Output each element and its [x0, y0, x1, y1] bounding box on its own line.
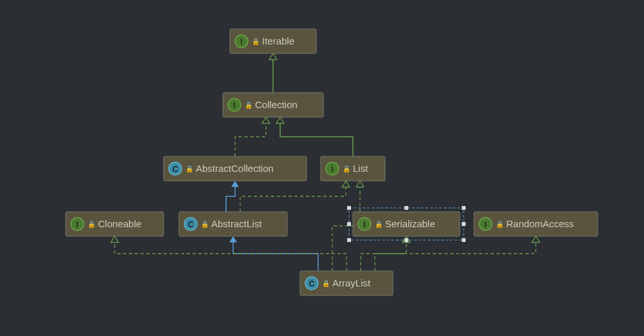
selection-handle[interactable]: [404, 238, 408, 242]
edge: [115, 242, 346, 271]
class-diagram-canvas[interactable]: I🔒IterableI🔒CollectionC🔒AbstractCollecti…: [0, 0, 644, 336]
svg-marker-9: [532, 236, 540, 243]
node-abstractList[interactable]: C🔒AbstractList: [179, 212, 287, 236]
badge-letter: I: [484, 220, 486, 229]
node-arrayList[interactable]: C🔒ArrayList: [300, 271, 393, 295]
badge-letter: C: [309, 279, 315, 288]
node-label: List: [353, 163, 368, 174]
selection-handle[interactable]: [462, 222, 466, 226]
svg-marker-0: [269, 53, 277, 60]
lock-icon: 🔒: [496, 220, 504, 229]
node-list[interactable]: I🔒List: [321, 156, 385, 181]
node-iterable[interactable]: I🔒Iterable: [230, 29, 316, 53]
lock-icon: 🔒: [185, 165, 194, 173]
node-abstractCollection[interactable]: C🔒AbstractCollection: [164, 156, 307, 181]
selection-handle[interactable]: [462, 238, 466, 242]
selection-handle[interactable]: [404, 206, 408, 210]
svg-marker-5: [229, 236, 237, 243]
lock-icon: 🔒: [201, 220, 209, 229]
edge: [226, 187, 235, 212]
svg-marker-2: [276, 117, 284, 124]
badge-letter: C: [173, 165, 178, 174]
selection-handle[interactable]: [347, 206, 351, 210]
node-label: Cloneable: [98, 218, 142, 229]
lock-icon: 🔒: [88, 220, 96, 229]
badge-letter: I: [76, 220, 78, 229]
edge: [280, 123, 353, 156]
node-label: AbstractList: [211, 218, 262, 229]
badge-letter: I: [331, 165, 333, 174]
node-label: AbstractCollection: [196, 163, 274, 174]
badge-letter: I: [240, 37, 242, 46]
svg-marker-4: [342, 181, 350, 187]
edge: [233, 242, 318, 271]
selection-handle[interactable]: [462, 206, 466, 210]
selection-handle[interactable]: [347, 238, 351, 242]
nodes-layer: I🔒IterableI🔒CollectionC🔒AbstractCollecti…: [66, 29, 598, 295]
edge: [361, 242, 406, 271]
node-label: RandomAccess: [506, 218, 574, 229]
lock-icon: 🔒: [245, 101, 253, 109]
node-label: Iterable: [262, 35, 294, 46]
edge: [240, 187, 346, 212]
node-collection[interactable]: I🔒Collection: [223, 93, 323, 117]
node-serializable[interactable]: I🔒Serializable: [353, 212, 460, 236]
node-label: ArrayList: [332, 277, 371, 288]
node-randomAccess[interactable]: I🔒RandomAccess: [474, 212, 598, 236]
badge-letter: C: [188, 220, 194, 229]
lock-icon: 🔒: [343, 165, 351, 173]
lock-icon: 🔒: [322, 279, 330, 288]
edge: [235, 123, 266, 156]
svg-marker-1: [262, 117, 270, 124]
svg-marker-7: [111, 236, 118, 243]
edge: [375, 242, 536, 271]
badge-letter: I: [233, 101, 235, 110]
node-cloneable[interactable]: I🔒Cloneable: [66, 212, 164, 236]
badge-letter: I: [363, 220, 365, 229]
lock-icon: 🔒: [375, 220, 383, 229]
node-label: Collection: [255, 99, 298, 110]
svg-marker-3: [231, 181, 239, 187]
node-label: Serializable: [385, 218, 435, 229]
lock-icon: 🔒: [252, 37, 260, 46]
svg-marker-6: [356, 181, 364, 187]
selection-handle[interactable]: [347, 222, 351, 226]
